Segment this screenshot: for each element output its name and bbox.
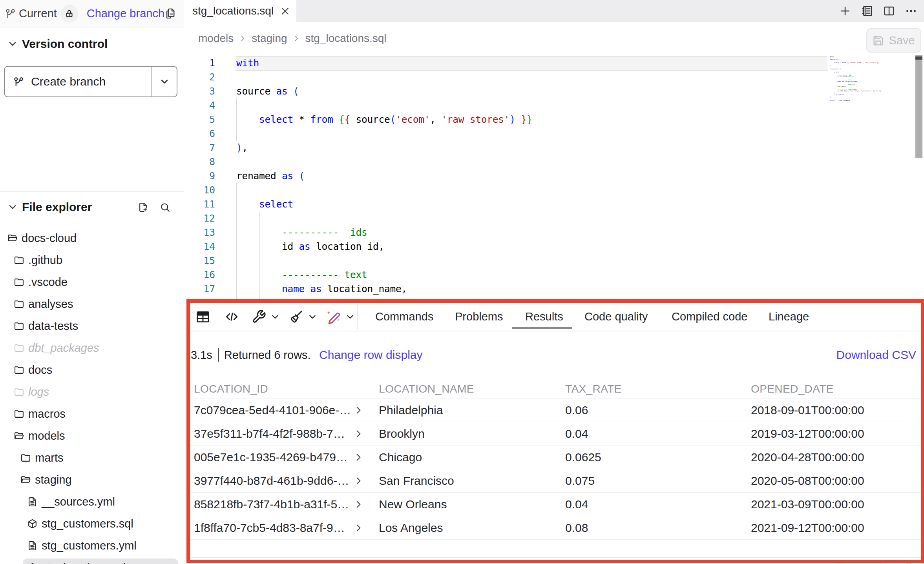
tree-item-label: staging [35,473,72,486]
table-cell: Brooklyn [379,422,425,446]
breadcrumb-segment[interactable]: staging [252,32,287,45]
chevron-right-icon [292,35,300,42]
expand-cell-icon[interactable] [353,429,363,439]
code-content[interactable]: with source as ( select * from {{ source… [236,56,532,310]
tree-item-label: __sources.yml [42,495,115,508]
tree-item-docs[interactable]: docs [0,359,184,381]
folder-open-icon [21,475,31,485]
toolbar-divider [357,304,358,329]
breadcrumb-row: modelsstagingstg_locations.sql Save [184,22,924,55]
branch-readonly-badge [61,5,78,22]
search-icon[interactable] [160,202,170,213]
sql-view-button[interactable] [225,303,239,331]
results-panel: CommandsProblemsResultsCode qualityCompi… [184,299,924,564]
sidebar-divider [0,191,184,192]
column-header-location_name[interactable]: LOCATION_NAME [379,379,474,399]
wrench-icon [252,309,266,324]
folder-open-icon [14,431,24,441]
panel-tab-compiled-code[interactable]: Compiled code [672,303,747,331]
create-branch-dropdown[interactable] [152,67,177,96]
expand-cell-icon[interactable] [353,499,363,509]
folder-icon [14,365,24,375]
change-row-display-link[interactable]: Change row display [319,346,422,364]
tree-item-macros[interactable]: macros [0,403,184,425]
tree-item-label: marts [35,451,64,464]
new-tab-icon[interactable] [839,5,851,17]
table-cell: 37e5f311-b7f4-4f2f-988b-7… [194,422,345,446]
table-view-button[interactable] [195,303,210,331]
tree-item-stg-customers-yml[interactable]: stg_customers.yml [0,535,184,557]
breadcrumb-segment[interactable]: models [198,32,234,45]
editor-scrollbar[interactable] [915,55,922,158]
change-branch-link[interactable]: Change branch [87,7,164,20]
table-cell: 0.04 [565,493,588,516]
tree-item-logs[interactable]: logs [0,381,184,403]
tree-item-docs-cloud[interactable]: docs-cloud [0,227,184,249]
more-options-icon[interactable] [905,5,917,17]
version-control-section-header[interactable]: Version control [0,32,184,56]
table-cell: Philadelphia [379,398,443,422]
download-csv-link[interactable]: Download CSV [836,346,916,364]
table-cell: 2021-03-09T00:00:00 [751,493,864,516]
save-button[interactable]: Save [866,28,921,53]
column-header-tax_rate[interactable]: TAX_RATE [565,379,622,399]
tree-item-dbt-packages[interactable]: dbt_packages [0,337,184,359]
tree-item--vscode[interactable]: .vscode [0,271,184,293]
column-header-opened_date[interactable]: OPENED_DATE [751,379,834,399]
tree-item-label: .github [28,254,62,267]
tree-item-marts[interactable]: marts [0,447,184,469]
table-row: 005e7e1c-1935-4269-b479…Chicago0.0625202… [190,446,921,469]
breadcrumb-segment[interactable]: stg_locations.sql [305,32,387,45]
table-cell: 3977f440-b87d-461b-9dd6-… [194,469,349,493]
expand-cell-icon[interactable] [353,523,363,533]
tree-item-analyses[interactable]: analyses [0,293,184,315]
tree-item--sources-yml[interactable]: __sources.yml [0,491,184,513]
tree-item-models[interactable]: models [0,425,184,447]
tab-stg-locations-sql[interactable]: stg_locations.sql [184,0,296,22]
folder-icon [14,255,24,265]
panel-tab-problems[interactable]: Problems [455,303,503,331]
build-button[interactable] [252,303,280,331]
file-explorer-section-header[interactable]: File explorer [0,195,184,219]
close-tab-icon[interactable] [280,6,290,16]
table-cell: 2019-03-12T00:00:00 [751,422,864,446]
tree-item--github[interactable]: .github [0,249,184,271]
chevron-down-icon [159,76,170,87]
table-cell: 2018-09-01T00:00:00 [751,398,864,422]
cube-icon [27,563,37,564]
minimap[interactable]: with source as ( select * from {{ source… [830,56,881,166]
code-editor[interactable]: 123456789101112131415161718 with source … [184,55,924,299]
copilot-button[interactable] [325,303,355,331]
create-branch-button[interactable]: Create branch [4,66,177,97]
table-row: 37e5f311-b7f4-4f2f-988b-7…Brooklyn0.0420… [190,422,921,446]
tree-item-stg-locations-sql[interactable]: stg_locations.sql [0,557,184,564]
panel-tab-results[interactable]: Results [525,303,563,331]
panel-tab-lineage[interactable]: Lineage [769,303,809,331]
new-file-icon[interactable] [138,202,148,212]
folder-icon [14,343,24,353]
cube-icon [27,519,37,529]
table-cell: 858218fb-73f7-4b1b-a31f-5… [194,493,349,516]
panel-tab-commands[interactable]: Commands [375,303,433,331]
file-outline-icon[interactable] [861,5,873,17]
table-cell: 2020-04-28T00:00:00 [751,446,864,469]
panel-tab-code-quality[interactable]: Code quality [584,303,648,331]
table-cell: 0.0625 [565,446,601,469]
expand-cell-icon[interactable] [353,405,363,415]
expand-cell-icon[interactable] [353,452,363,462]
column-header-location_id[interactable]: LOCATION_ID [194,379,268,399]
version-control-topbar: Current Change branch [0,0,184,27]
tree-item-label: docs-cloud [22,232,77,245]
table-cell: 005e7e1c-1935-4269-b479… [194,446,348,469]
tree-item-stg-customers-sql[interactable]: stg_customers.sql [0,513,184,535]
tree-item-label: macros [28,408,66,420]
main-area: stg_locations.sql modelsstagingstg_locat… [184,0,924,564]
tree-item-staging[interactable]: staging [0,469,184,491]
format-button[interactable] [289,303,318,331]
table-row: 7c079cea-5ed4-4101-906e-…Philadelphia0.0… [190,398,921,422]
split-editor-icon[interactable] [883,5,895,17]
overview-ruler-cursor [915,56,922,60]
copy-icon[interactable] [165,7,177,20]
tree-item-data-tests[interactable]: data-tests [0,315,184,337]
expand-cell-icon[interactable] [353,476,363,486]
